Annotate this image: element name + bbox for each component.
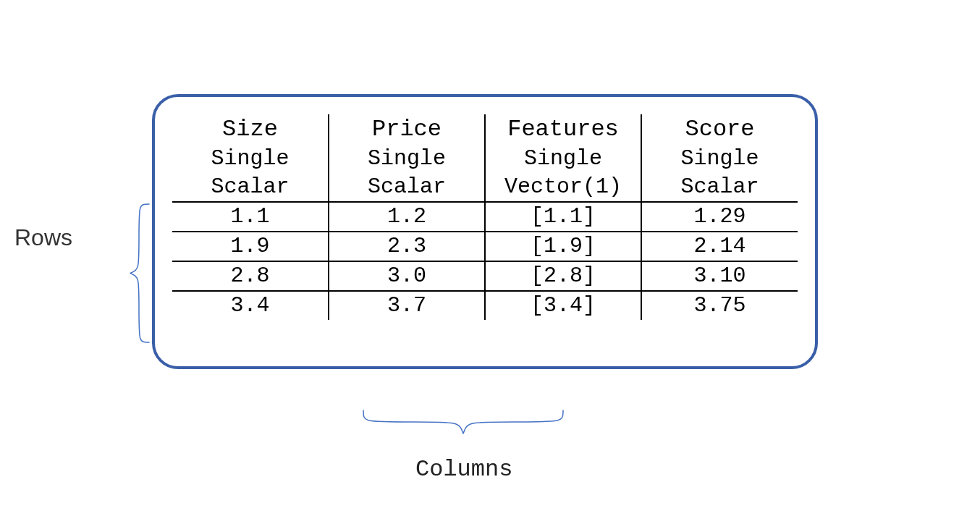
header-row-sub1: Single Single Single Single: [172, 145, 798, 173]
diagram-stage: Rows Size Price Features Score Single Si…: [0, 0, 980, 524]
col-header-sub: Single: [172, 145, 329, 173]
cell: 3.10: [641, 261, 798, 291]
col-header-name: Features: [485, 114, 641, 145]
table-box: Size Price Features Score Single Single …: [152, 94, 818, 369]
table-row: 2.8 3.0 [2.8] 3.10: [172, 261, 798, 291]
col-header-sub: Scalar: [329, 173, 485, 202]
col-header-sub: Single: [329, 145, 485, 173]
cell: 3.4: [172, 291, 329, 320]
rows-bracket: [129, 203, 149, 344]
cell: 3.7: [329, 291, 485, 320]
col-header-sub: Scalar: [172, 173, 329, 202]
cell: 2.3: [329, 232, 485, 261]
col-header-name: Size: [172, 114, 329, 145]
table-row: 1.1 1.2 [1.1] 1.29: [172, 202, 798, 232]
cell: 2.8: [172, 261, 329, 291]
rows-label: Rows: [14, 224, 72, 251]
cell: 1.29: [641, 202, 798, 232]
table-row: 1.9 2.3 [1.9] 2.14: [172, 232, 798, 261]
cell: 1.2: [329, 202, 485, 232]
table-body: 1.1 1.2 [1.1] 1.29 1.9 2.3 [1.9] 2.14 2.…: [172, 202, 798, 320]
cell: 3.75: [641, 291, 798, 320]
cell: 1.9: [172, 232, 329, 261]
col-header-sub: Scalar: [641, 173, 798, 202]
table-row: 3.4 3.7 [3.4] 3.75: [172, 291, 798, 320]
cell: [3.4]: [485, 291, 641, 320]
cell: [1.9]: [485, 232, 641, 261]
col-header-name: Score: [641, 114, 798, 145]
data-table: Size Price Features Score Single Single …: [172, 114, 798, 320]
cell: [1.1]: [485, 202, 641, 232]
header-row-sub2: Scalar Scalar Vector(1) Scalar: [172, 173, 798, 202]
header-row-name: Size Price Features Score: [172, 114, 798, 145]
cell: 3.0: [329, 261, 485, 291]
table-head: Size Price Features Score Single Single …: [172, 114, 798, 202]
cell: 1.1: [172, 202, 329, 232]
col-header-sub: Single: [641, 145, 798, 173]
col-header-sub: Vector(1): [485, 173, 641, 202]
columns-bracket: [362, 409, 565, 435]
cell: [2.8]: [485, 261, 641, 291]
col-header-sub: Single: [485, 145, 641, 173]
cell: 2.14: [641, 232, 798, 261]
col-header-name: Price: [329, 114, 485, 145]
columns-label: Columns: [415, 456, 512, 483]
